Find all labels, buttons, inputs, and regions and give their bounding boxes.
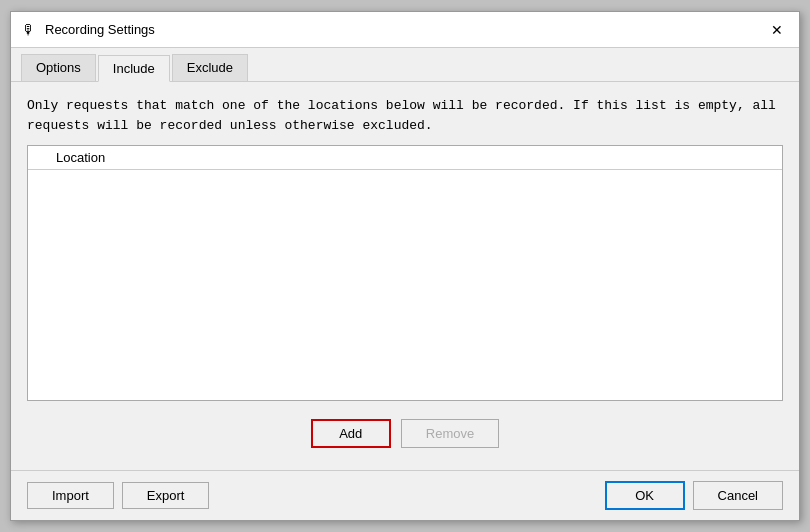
tab-options[interactable]: Options <box>21 54 96 81</box>
table-location-col: Location <box>56 150 774 165</box>
tab-include[interactable]: Include <box>98 55 170 82</box>
content-area: Only requests that match one of the loca… <box>11 82 799 470</box>
dialog-icon: 🎙 <box>21 22 37 38</box>
title-bar-left: 🎙 Recording Settings <box>21 22 155 38</box>
footer-right: OK Cancel <box>605 481 783 510</box>
title-bar: 🎙 Recording Settings ✕ <box>11 12 799 48</box>
table-header: Location <box>28 146 782 170</box>
table-body <box>28 170 782 370</box>
footer-left: Import Export <box>27 482 209 509</box>
cancel-button[interactable]: Cancel <box>693 481 783 510</box>
dialog-title: Recording Settings <box>45 22 155 37</box>
import-button[interactable]: Import <box>27 482 114 509</box>
recording-settings-dialog: 🎙 Recording Settings ✕ Options Include E… <box>10 11 800 521</box>
tab-exclude[interactable]: Exclude <box>172 54 248 81</box>
action-buttons: Add Remove <box>27 411 783 456</box>
table-checkbox-col <box>36 150 56 165</box>
description-text: Only requests that match one of the loca… <box>27 96 783 135</box>
close-button[interactable]: ✕ <box>765 18 789 42</box>
locations-table: Location <box>27 145 783 401</box>
remove-button[interactable]: Remove <box>401 419 499 448</box>
ok-button[interactable]: OK <box>605 481 685 510</box>
tab-bar: Options Include Exclude <box>11 48 799 82</box>
add-button[interactable]: Add <box>311 419 391 448</box>
export-button[interactable]: Export <box>122 482 210 509</box>
footer: Import Export OK Cancel <box>11 470 799 520</box>
